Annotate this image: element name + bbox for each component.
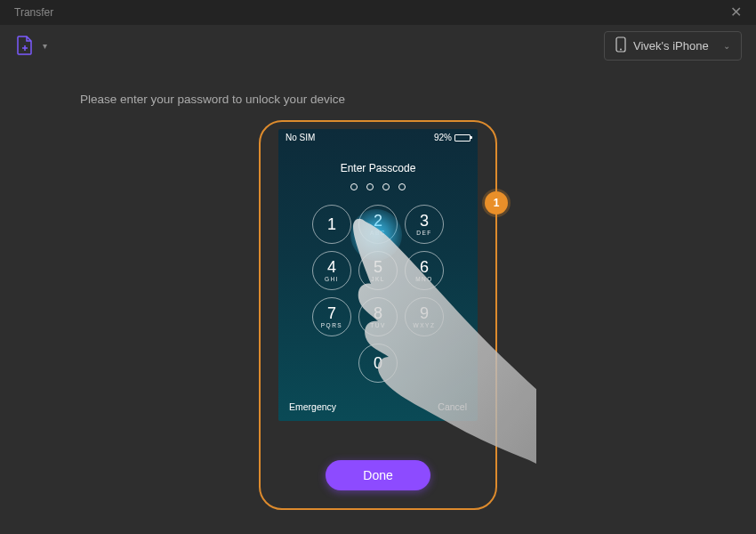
done-button[interactable]: Done xyxy=(326,460,430,490)
passcode-title: Enter Passcode xyxy=(278,162,478,174)
close-icon[interactable]: ✕ xyxy=(730,5,742,20)
keypad-button-5[interactable]: 5JKL xyxy=(358,251,398,290)
device-dropdown[interactable]: Vivek's iPhone ⌄ xyxy=(604,31,742,61)
keypad-button-7[interactable]: 7PQRS xyxy=(312,297,351,336)
keypad-button-6[interactable]: 6MNO xyxy=(405,251,444,290)
instruction-text: Please enter your password to unlock you… xyxy=(80,93,676,106)
keypad-button-2[interactable]: 2ABC xyxy=(358,205,398,244)
toolbar: ▾ Vivek's iPhone ⌄ xyxy=(0,25,756,57)
keypad-button-3[interactable]: 3DEF xyxy=(405,205,444,244)
passcode-dot xyxy=(382,183,390,190)
phone-icon xyxy=(615,36,626,55)
status-sim: No SIM xyxy=(286,133,315,142)
keypad-button-9[interactable]: 9WXYZ xyxy=(405,297,444,336)
phone-screen: No SIM 92% Enter Passcode 1 2ABC 3DEF 4G… xyxy=(278,129,478,421)
status-bar: No SIM 92% xyxy=(278,129,478,146)
main-content: Please enter your password to unlock you… xyxy=(0,57,756,510)
battery-icon xyxy=(454,134,470,142)
titlebar: Transfer ✕ xyxy=(0,0,756,25)
keypad-button-8[interactable]: 8TUV xyxy=(358,297,398,336)
status-battery-area: 92% xyxy=(434,133,470,142)
keypad-button-0[interactable]: 0 xyxy=(358,344,398,383)
svg-point-1 xyxy=(620,48,622,50)
keypad-button-4[interactable]: 4GHI xyxy=(312,251,351,290)
status-battery-text: 92% xyxy=(434,133,452,142)
keypad-button-1[interactable]: 1 xyxy=(312,205,351,244)
phone-footer: Emergency Cancel xyxy=(289,401,467,412)
emergency-label[interactable]: Emergency xyxy=(289,401,336,412)
keypad: 1 2ABC 3DEF 4GHI 5JKL 6MNO 7PQRS 8TUV 9W… xyxy=(278,205,478,383)
passcode-dot xyxy=(350,183,358,190)
chevron-down-icon[interactable]: ▾ xyxy=(43,41,47,51)
cancel-label[interactable]: Cancel xyxy=(438,401,467,412)
device-dropdown-label: Vivek's iPhone xyxy=(633,39,709,53)
passcode-dots xyxy=(278,183,478,190)
passcode-dot xyxy=(398,183,406,190)
phone-card: 1 No SIM 92% Enter Passcode 1 2ABC 3DEF xyxy=(259,120,497,510)
passcode-dot xyxy=(366,183,374,190)
chevron-down-icon: ⌄ xyxy=(723,41,730,51)
step-badge: 1 xyxy=(485,191,508,214)
window-title: Transfer xyxy=(14,6,53,19)
new-document-icon[interactable] xyxy=(14,35,36,56)
